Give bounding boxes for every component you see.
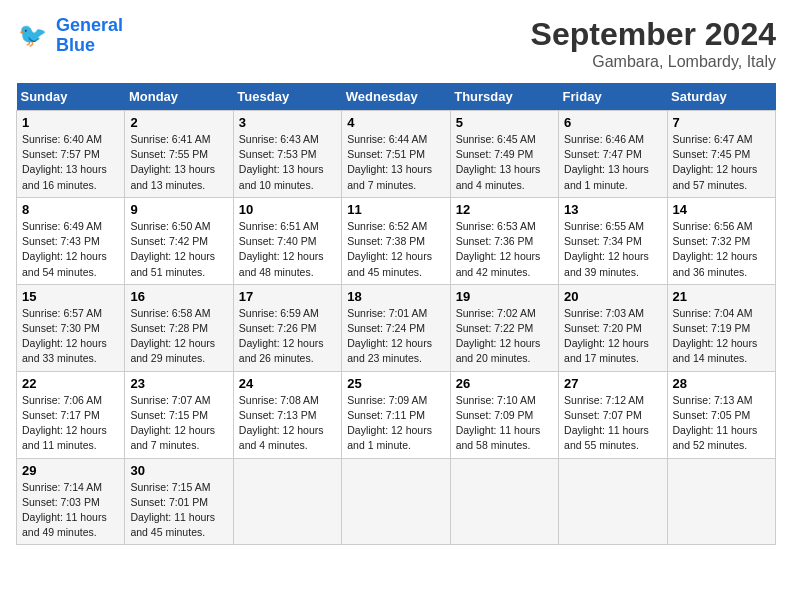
logo-line1: General — [56, 15, 123, 35]
calendar-cell — [559, 458, 667, 545]
day-info: Sunrise: 6:43 AM Sunset: 7:53 PM Dayligh… — [239, 132, 336, 193]
day-info: Sunrise: 6:59 AM Sunset: 7:26 PM Dayligh… — [239, 306, 336, 367]
calendar-cell: 24Sunrise: 7:08 AM Sunset: 7:13 PM Dayli… — [233, 371, 341, 458]
day-info: Sunrise: 6:50 AM Sunset: 7:42 PM Dayligh… — [130, 219, 227, 280]
calendar-cell: 14Sunrise: 6:56 AM Sunset: 7:32 PM Dayli… — [667, 197, 775, 284]
day-number: 5 — [456, 115, 553, 130]
calendar-cell: 10Sunrise: 6:51 AM Sunset: 7:40 PM Dayli… — [233, 197, 341, 284]
calendar-cell: 21Sunrise: 7:04 AM Sunset: 7:19 PM Dayli… — [667, 284, 775, 371]
calendar-cell: 9Sunrise: 6:50 AM Sunset: 7:42 PM Daylig… — [125, 197, 233, 284]
day-number: 26 — [456, 376, 553, 391]
calendar-cell: 7Sunrise: 6:47 AM Sunset: 7:45 PM Daylig… — [667, 111, 775, 198]
day-info: Sunrise: 6:55 AM Sunset: 7:34 PM Dayligh… — [564, 219, 661, 280]
weekday-header-wednesday: Wednesday — [342, 83, 450, 111]
day-number: 3 — [239, 115, 336, 130]
day-number: 15 — [22, 289, 119, 304]
calendar-cell: 8Sunrise: 6:49 AM Sunset: 7:43 PM Daylig… — [17, 197, 125, 284]
week-row-3: 15Sunrise: 6:57 AM Sunset: 7:30 PM Dayli… — [17, 284, 776, 371]
day-number: 24 — [239, 376, 336, 391]
weekday-header-tuesday: Tuesday — [233, 83, 341, 111]
day-number: 19 — [456, 289, 553, 304]
day-number: 25 — [347, 376, 444, 391]
logo-line2: Blue — [56, 35, 95, 55]
weekday-header-thursday: Thursday — [450, 83, 558, 111]
logo-text: General Blue — [56, 16, 123, 56]
calendar-cell — [450, 458, 558, 545]
calendar-cell: 23Sunrise: 7:07 AM Sunset: 7:15 PM Dayli… — [125, 371, 233, 458]
day-info: Sunrise: 6:40 AM Sunset: 7:57 PM Dayligh… — [22, 132, 119, 193]
calendar-cell: 16Sunrise: 6:58 AM Sunset: 7:28 PM Dayli… — [125, 284, 233, 371]
calendar-cell: 11Sunrise: 6:52 AM Sunset: 7:38 PM Dayli… — [342, 197, 450, 284]
day-number: 23 — [130, 376, 227, 391]
day-number: 11 — [347, 202, 444, 217]
day-info: Sunrise: 6:47 AM Sunset: 7:45 PM Dayligh… — [673, 132, 770, 193]
weekday-header-saturday: Saturday — [667, 83, 775, 111]
calendar-cell: 28Sunrise: 7:13 AM Sunset: 7:05 PM Dayli… — [667, 371, 775, 458]
calendar-cell: 18Sunrise: 7:01 AM Sunset: 7:24 PM Dayli… — [342, 284, 450, 371]
day-number: 9 — [130, 202, 227, 217]
header: 🐦 General Blue September 2024 Gambara, L… — [16, 16, 776, 71]
calendar-cell — [233, 458, 341, 545]
calendar-cell: 4Sunrise: 6:44 AM Sunset: 7:51 PM Daylig… — [342, 111, 450, 198]
day-info: Sunrise: 6:46 AM Sunset: 7:47 PM Dayligh… — [564, 132, 661, 193]
calendar-cell: 22Sunrise: 7:06 AM Sunset: 7:17 PM Dayli… — [17, 371, 125, 458]
calendar-body: 1Sunrise: 6:40 AM Sunset: 7:57 PM Daylig… — [17, 111, 776, 545]
day-info: Sunrise: 7:06 AM Sunset: 7:17 PM Dayligh… — [22, 393, 119, 454]
calendar-cell — [667, 458, 775, 545]
day-info: Sunrise: 6:52 AM Sunset: 7:38 PM Dayligh… — [347, 219, 444, 280]
subtitle: Gambara, Lombardy, Italy — [531, 53, 776, 71]
calendar-cell: 25Sunrise: 7:09 AM Sunset: 7:11 PM Dayli… — [342, 371, 450, 458]
day-number: 7 — [673, 115, 770, 130]
logo: 🐦 General Blue — [16, 16, 123, 56]
day-number: 18 — [347, 289, 444, 304]
calendar-cell: 13Sunrise: 6:55 AM Sunset: 7:34 PM Dayli… — [559, 197, 667, 284]
calendar-cell: 29Sunrise: 7:14 AM Sunset: 7:03 PM Dayli… — [17, 458, 125, 545]
day-info: Sunrise: 6:56 AM Sunset: 7:32 PM Dayligh… — [673, 219, 770, 280]
week-row-1: 1Sunrise: 6:40 AM Sunset: 7:57 PM Daylig… — [17, 111, 776, 198]
calendar-table: SundayMondayTuesdayWednesdayThursdayFrid… — [16, 83, 776, 545]
calendar-cell: 2Sunrise: 6:41 AM Sunset: 7:55 PM Daylig… — [125, 111, 233, 198]
day-info: Sunrise: 6:45 AM Sunset: 7:49 PM Dayligh… — [456, 132, 553, 193]
day-info: Sunrise: 6:51 AM Sunset: 7:40 PM Dayligh… — [239, 219, 336, 280]
weekday-header-friday: Friday — [559, 83, 667, 111]
day-number: 2 — [130, 115, 227, 130]
logo-icon: 🐦 — [16, 18, 52, 54]
calendar-cell: 5Sunrise: 6:45 AM Sunset: 7:49 PM Daylig… — [450, 111, 558, 198]
day-info: Sunrise: 6:49 AM Sunset: 7:43 PM Dayligh… — [22, 219, 119, 280]
calendar-cell: 6Sunrise: 6:46 AM Sunset: 7:47 PM Daylig… — [559, 111, 667, 198]
svg-text:🐦: 🐦 — [18, 21, 48, 49]
day-info: Sunrise: 7:01 AM Sunset: 7:24 PM Dayligh… — [347, 306, 444, 367]
day-number: 20 — [564, 289, 661, 304]
calendar-cell: 15Sunrise: 6:57 AM Sunset: 7:30 PM Dayli… — [17, 284, 125, 371]
calendar-cell — [342, 458, 450, 545]
week-row-2: 8Sunrise: 6:49 AM Sunset: 7:43 PM Daylig… — [17, 197, 776, 284]
day-number: 8 — [22, 202, 119, 217]
day-number: 21 — [673, 289, 770, 304]
day-number: 14 — [673, 202, 770, 217]
calendar-cell: 3Sunrise: 6:43 AM Sunset: 7:53 PM Daylig… — [233, 111, 341, 198]
calendar-cell: 20Sunrise: 7:03 AM Sunset: 7:20 PM Dayli… — [559, 284, 667, 371]
calendar-cell: 19Sunrise: 7:02 AM Sunset: 7:22 PM Dayli… — [450, 284, 558, 371]
day-number: 30 — [130, 463, 227, 478]
weekday-header-row: SundayMondayTuesdayWednesdayThursdayFrid… — [17, 83, 776, 111]
day-info: Sunrise: 7:13 AM Sunset: 7:05 PM Dayligh… — [673, 393, 770, 454]
day-info: Sunrise: 6:57 AM Sunset: 7:30 PM Dayligh… — [22, 306, 119, 367]
day-number: 27 — [564, 376, 661, 391]
calendar-cell: 17Sunrise: 6:59 AM Sunset: 7:26 PM Dayli… — [233, 284, 341, 371]
day-number: 4 — [347, 115, 444, 130]
day-info: Sunrise: 7:03 AM Sunset: 7:20 PM Dayligh… — [564, 306, 661, 367]
weekday-header-monday: Monday — [125, 83, 233, 111]
day-number: 28 — [673, 376, 770, 391]
calendar-cell: 26Sunrise: 7:10 AM Sunset: 7:09 PM Dayli… — [450, 371, 558, 458]
calendar-cell: 12Sunrise: 6:53 AM Sunset: 7:36 PM Dayli… — [450, 197, 558, 284]
day-info: Sunrise: 7:10 AM Sunset: 7:09 PM Dayligh… — [456, 393, 553, 454]
day-info: Sunrise: 7:14 AM Sunset: 7:03 PM Dayligh… — [22, 480, 119, 541]
day-info: Sunrise: 7:08 AM Sunset: 7:13 PM Dayligh… — [239, 393, 336, 454]
day-number: 29 — [22, 463, 119, 478]
day-number: 16 — [130, 289, 227, 304]
day-number: 13 — [564, 202, 661, 217]
weekday-header-sunday: Sunday — [17, 83, 125, 111]
day-info: Sunrise: 6:53 AM Sunset: 7:36 PM Dayligh… — [456, 219, 553, 280]
day-info: Sunrise: 7:09 AM Sunset: 7:11 PM Dayligh… — [347, 393, 444, 454]
day-info: Sunrise: 7:15 AM Sunset: 7:01 PM Dayligh… — [130, 480, 227, 541]
